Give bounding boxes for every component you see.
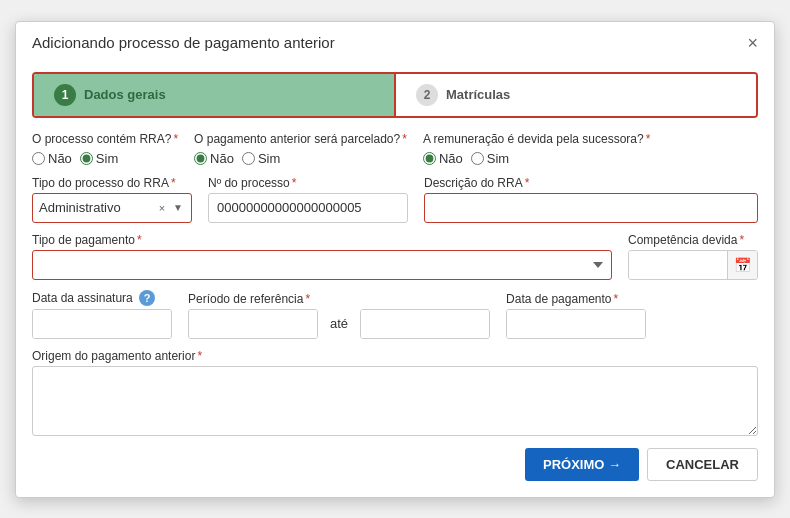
pagamento-parcelado-radios: Não Sim	[194, 151, 407, 166]
descricao-rra-input[interactable]	[424, 193, 758, 223]
remuneracao-devida-radios: Não Sim	[423, 151, 650, 166]
competencia-devida-label: Competência devida*	[628, 233, 758, 247]
processo-rra-sim[interactable]: Sim	[80, 151, 118, 166]
origem-pagamento-label: Origem do pagamento anterior*	[32, 349, 758, 363]
descricao-rra-label: Descrição do RRA*	[424, 176, 758, 190]
periodo-referencia-from-input[interactable]	[189, 310, 318, 338]
tipo-pagamento-label: Tipo de pagamento*	[32, 233, 612, 247]
remuneracao-devida-nao-radio[interactable]	[423, 152, 436, 165]
close-button[interactable]: ×	[747, 34, 758, 52]
numero-processo-input[interactable]	[208, 193, 408, 223]
remuneracao-devida-sim-radio[interactable]	[471, 152, 484, 165]
pagamento-parcelado-sim[interactable]: Sim	[242, 151, 280, 166]
pagamento-competencia-row: Tipo de pagamento* Competência devida* 📅	[32, 233, 758, 280]
periodo-referencia-group: Período de referência* 📅 até 📅	[188, 292, 490, 339]
data-assinatura-group: Data da assinatura ? 📅	[32, 290, 172, 339]
processo-rra-nao-radio[interactable]	[32, 152, 45, 165]
step-2[interactable]: 2 Matrículas	[396, 74, 756, 116]
tipo-processo-arrow-btn[interactable]: ▼	[171, 202, 185, 213]
tipo-pagamento-group: Tipo de pagamento*	[32, 233, 612, 280]
processo-rra-radios: Não Sim	[32, 151, 178, 166]
tipo-processo-value: Administrativo	[39, 200, 153, 215]
competencia-devida-group: Competência devida* 📅	[628, 233, 758, 280]
data-assinatura-input[interactable]	[33, 310, 172, 338]
processo-rra-nao[interactable]: Não	[32, 151, 72, 166]
pagamento-parcelado-nao[interactable]: Não	[194, 151, 234, 166]
data-pagamento-label: Data de pagamento*	[506, 292, 646, 306]
ate-label: até	[324, 316, 354, 331]
step-2-number: 2	[416, 84, 438, 106]
step-1[interactable]: 1 Dados gerais	[34, 74, 394, 116]
step-2-label: Matrículas	[446, 87, 510, 102]
steps-container: 1 Dados gerais 2 Matrículas	[32, 72, 758, 118]
pagamento-parcelado-group: O pagamento anterior será parcelado?* Nã…	[194, 132, 407, 166]
data-assinatura-label: Data da assinatura ?	[32, 290, 172, 306]
cancelar-button[interactable]: CANCELAR	[647, 448, 758, 481]
descricao-rra-group: Descrição do RRA*	[424, 176, 758, 223]
modal-title: Adicionando processo de pagamento anteri…	[32, 34, 335, 51]
proximo-button[interactable]: PRÓXIMO →	[525, 448, 639, 481]
periodo-referencia-wrapper: 📅 até 📅	[188, 309, 490, 339]
remuneracao-devida-sim[interactable]: Sim	[471, 151, 509, 166]
processo-info-row: Tipo do processo do RRA* Administrativo …	[32, 176, 758, 223]
data-pagamento-group: Data de pagamento* 📅	[506, 292, 646, 339]
data-pagamento-input[interactable]	[507, 310, 646, 338]
remuneracao-devida-group: A remuneração é devida pela sucessora?* …	[423, 132, 650, 166]
processo-rra-label: O processo contém RRA?*	[32, 132, 178, 146]
competencia-devida-input-wrapper: 📅	[628, 250, 758, 280]
processo-rra-group: O processo contém RRA?* Não Sim	[32, 132, 178, 166]
data-assinatura-info-icon[interactable]: ?	[139, 290, 155, 306]
periodo-referencia-to-input[interactable]	[361, 310, 490, 338]
competencia-devida-calendar-icon[interactable]: 📅	[727, 251, 757, 279]
modal-body: 1 Dados gerais 2 Matrículas O processo c…	[16, 62, 774, 497]
pagamento-parcelado-sim-radio[interactable]	[242, 152, 255, 165]
tipo-pagamento-select[interactable]	[32, 250, 612, 280]
pagamento-parcelado-nao-radio[interactable]	[194, 152, 207, 165]
modal-header: Adicionando processo de pagamento anteri…	[16, 22, 774, 62]
origem-pagamento-textarea[interactable]	[32, 366, 758, 436]
remuneracao-devida-nao[interactable]: Não	[423, 151, 463, 166]
competencia-devida-input[interactable]	[629, 251, 727, 279]
processo-rra-sim-radio[interactable]	[80, 152, 93, 165]
footer-buttons: PRÓXIMO → CANCELAR	[32, 448, 758, 481]
data-assinatura-input-wrapper: 📅	[32, 309, 172, 339]
tipo-processo-select[interactable]: Administrativo × ▼	[32, 193, 192, 223]
periodo-referencia-from-wrapper: 📅	[188, 309, 318, 339]
tipo-processo-group: Tipo do processo do RRA* Administrativo …	[32, 176, 192, 223]
modal-overlay: Adicionando processo de pagamento anteri…	[0, 0, 790, 518]
remuneracao-devida-label: A remuneração é devida pela sucessora?*	[423, 132, 650, 146]
step-1-number: 1	[54, 84, 76, 106]
tipo-processo-clear-btn[interactable]: ×	[157, 202, 167, 214]
periodo-referencia-to-wrapper: 📅	[360, 309, 490, 339]
numero-processo-group: Nº do processo*	[208, 176, 408, 223]
step-1-label: Dados gerais	[84, 87, 166, 102]
data-pagamento-input-wrapper: 📅	[506, 309, 646, 339]
tipo-processo-label: Tipo do processo do RRA*	[32, 176, 192, 190]
origem-pagamento-group: Origem do pagamento anterior*	[32, 349, 758, 436]
modal-dialog: Adicionando processo de pagamento anteri…	[15, 21, 775, 498]
radio-row: O processo contém RRA?* Não Sim O	[32, 132, 758, 166]
numero-processo-label: Nº do processo*	[208, 176, 408, 190]
pagamento-parcelado-label: O pagamento anterior será parcelado?*	[194, 132, 407, 146]
datas-row: Data da assinatura ? 📅 Período de referê…	[32, 290, 758, 339]
periodo-referencia-label: Período de referência*	[188, 292, 490, 306]
